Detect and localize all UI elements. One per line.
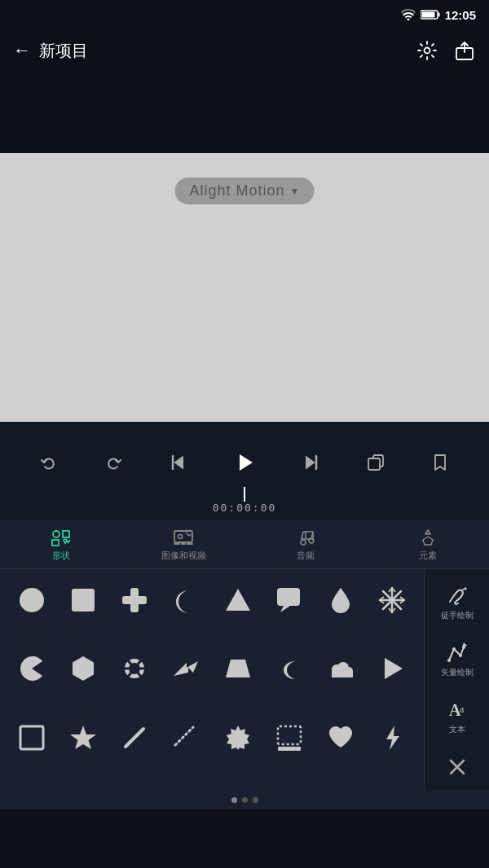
shapes-tab-icon [51,528,72,546]
shape-hexagon[interactable] [58,647,108,691]
shape-stamp[interactable] [264,715,314,760]
redo-button[interactable] [103,452,124,473]
shape-circle[interactable] [7,577,56,622]
svg-line-54 [126,729,143,747]
svg-marker-27 [280,606,290,612]
tab-media[interactable]: 图像和视频 [122,520,244,568]
tab-shapes[interactable]: 形状 [0,520,122,568]
top-nav-bar: ← 新项目 [0,29,489,72]
svg-line-55 [175,727,193,745]
text-tool-button[interactable]: A a 文本 [430,690,485,743]
page-title: 新项目 [39,40,88,62]
shape-plus[interactable] [110,577,160,622]
shape-asterisk[interactable] [110,647,160,691]
shape-play-triangle[interactable] [368,647,417,691]
shape-teardrop[interactable] [316,577,366,622]
settings-button[interactable] [416,39,438,62]
tab-elements[interactable]: 元素 [367,520,489,568]
transport-controls [0,422,489,487]
side-tools: 徒手绘制 矢量绘制 A a 文本 [424,569,489,791]
freehand-icon [446,584,469,607]
status-icons: 12:05 [401,8,476,22]
skip-forward-icon [301,452,322,473]
status-time: 12:05 [445,8,476,22]
skip-back-button[interactable] [167,452,188,473]
shapes-grid [0,569,424,791]
skip-forward-button[interactable] [301,452,322,473]
wifi-icon [401,9,416,20]
undo-button[interactable] [38,452,59,473]
shape-cloud[interactable] [316,647,366,691]
freehand-label: 徒手绘制 [441,610,474,621]
duplicate-icon [365,452,386,473]
timecode-area: 00:00:00 [0,487,489,520]
tab-audio-label: 音频 [297,550,315,562]
svg-point-17 [301,540,306,545]
svg-rect-24 [122,596,147,604]
top-bar-left: ← 新项目 [13,40,88,62]
shape-triangle[interactable] [213,577,262,622]
shape-square[interactable] [58,577,108,622]
pagination-dots [0,791,489,809]
shape-pacman[interactable] [7,647,56,691]
freehand-draw-button[interactable]: 徒手绘制 [430,576,485,629]
dot-2[interactable] [242,797,248,803]
bookmark-icon [430,452,451,473]
shape-crescent[interactable] [161,577,211,622]
timeline-area: 00:00:00 [0,422,489,520]
back-button[interactable]: ← [13,40,31,61]
shape-heart[interactable] [316,715,366,760]
duplicate-button[interactable] [365,452,386,473]
shape-snowflake[interactable] [368,577,417,622]
svg-marker-40 [73,656,94,681]
vector-draw-button[interactable]: 矢量绘制 [430,633,485,686]
canvas-label-button[interactable]: Alight Motion ▼ [175,178,315,204]
shape-star[interactable] [58,715,108,760]
svg-marker-6 [240,454,253,471]
tab-shapes-label: 形状 [52,550,70,562]
dot-1[interactable] [231,797,237,803]
svg-rect-2 [421,12,434,18]
battery-icon [421,10,440,20]
svg-rect-1 [438,13,439,17]
media-tab-icon [173,528,194,546]
canvas-preview: Alight Motion ▼ [0,153,489,422]
svg-point-9 [53,531,59,537]
svg-rect-12 [174,531,192,542]
svg-marker-51 [385,658,403,679]
shape-line-slash1[interactable] [110,715,160,760]
shape-trapezoid[interactable] [213,647,262,691]
shape-arrow[interactable] [161,647,211,691]
shape-line-slash2[interactable] [161,715,211,760]
elements-tab-icon [417,528,438,546]
play-icon [231,449,258,476]
bookmark-button[interactable] [430,452,451,473]
shape-speech-bubble[interactable] [264,577,314,622]
gear-icon [416,40,438,61]
svg-point-3 [425,48,430,54]
shape-lightning[interactable] [368,715,417,760]
shape-badge[interactable] [213,715,262,760]
shape-moon[interactable] [264,647,314,691]
svg-marker-58 [386,726,399,750]
export-button[interactable] [453,39,476,62]
panel-row: 徒手绘制 矢量绘制 A a 文本 [0,569,489,791]
shape-small-square[interactable] [7,715,56,760]
svg-rect-11 [52,540,59,546]
svg-rect-56 [278,726,301,744]
timecode-display: 00:00:00 [213,502,277,514]
svg-marker-53 [70,726,96,749]
tab-audio[interactable]: 音频 [244,520,367,568]
play-button[interactable] [231,449,258,476]
dot-3[interactable] [253,797,258,803]
svg-rect-10 [63,531,69,537]
svg-point-62 [459,654,462,657]
playhead-line [244,487,245,502]
svg-line-59 [462,589,464,590]
vector-icon [446,641,469,664]
svg-point-61 [452,647,456,651]
undo-icon [38,452,59,473]
redo-icon [103,452,124,473]
close-panel-button[interactable] [430,750,485,784]
status-bar: 12:05 [0,0,489,29]
